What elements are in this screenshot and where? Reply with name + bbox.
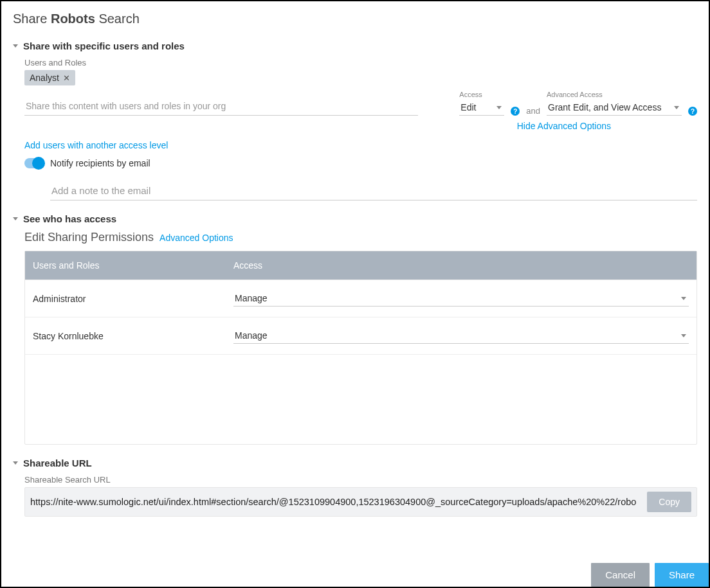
cancel-button[interactable]: Cancel: [591, 563, 650, 587]
section-url-body: Shareable Search URL https://nite-www.su…: [13, 475, 697, 517]
caret-down-icon: [13, 217, 18, 220]
chevron-down-icon: [674, 106, 679, 109]
access-label: Access: [459, 91, 504, 98]
title-name: Robots: [51, 12, 95, 26]
add-users-link[interactable]: Add users with another access level: [24, 140, 168, 150]
share-button[interactable]: Share: [655, 563, 709, 587]
section-share-header[interactable]: Share with specific users and roles: [13, 40, 697, 51]
url-label: Shareable Search URL: [24, 475, 697, 485]
dialog-footer: Cancel Share: [1, 563, 709, 587]
section-access-body: Edit Sharing Permissions Advanced Option…: [13, 231, 697, 445]
row-access-select[interactable]: Manage: [233, 328, 689, 344]
section-share-body: Users and Roles Analyst ✕ Access Edit: [13, 58, 697, 200]
access-controls: Access Edit ? and Advanced Access Grant …: [459, 91, 697, 116]
chip-remove-icon[interactable]: ✕: [63, 73, 70, 83]
share-input[interactable]: [24, 97, 418, 116]
title-suffix: Search: [95, 12, 140, 26]
chip-label: Analyst: [30, 73, 59, 83]
url-box: https://nite-www.sumologic.net/ui/index.…: [24, 487, 697, 517]
advanced-access-select[interactable]: Grant Edit, and View Access: [547, 100, 682, 116]
title-prefix: Share: [13, 12, 51, 26]
col-header-access: Access: [233, 260, 689, 271]
copy-button[interactable]: Copy: [647, 492, 691, 512]
chevron-down-icon: [681, 297, 686, 300]
and-text: and: [526, 106, 540, 116]
url-value[interactable]: https://nite-www.sumologic.net/ui/index.…: [30, 497, 641, 507]
section-share-heading: Share with specific users and roles: [23, 40, 185, 51]
row-access-select[interactable]: Manage: [233, 290, 689, 307]
table-row: Stacy Kornluebke Manage: [25, 317, 696, 354]
chevron-down-icon: [496, 106, 502, 109]
users-roles-label: Users and Roles: [24, 58, 697, 67]
table-empty-area: [25, 354, 696, 444]
section-access-heading: See who has access: [23, 213, 116, 224]
notify-row: Notify recipients by email: [24, 158, 697, 168]
section-share: Share with specific users and roles User…: [13, 40, 697, 200]
notify-label: Notify recipients by email: [50, 158, 150, 168]
caret-down-icon: [13, 44, 18, 48]
advanced-access-value: Grant Edit, and View Access: [548, 102, 661, 112]
row-access-value: Manage: [235, 293, 268, 303]
chip-analyst[interactable]: Analyst ✕: [24, 70, 75, 85]
chevron-down-icon: [681, 334, 686, 337]
edit-permissions-heading: Edit Sharing Permissions Advanced Option…: [24, 231, 697, 244]
table-row: Administrator Manage: [25, 280, 696, 317]
section-url-header[interactable]: Shareable URL: [13, 458, 697, 468]
chip-row: Analyst ✕: [24, 70, 697, 85]
advanced-options-link[interactable]: Advanced Options: [159, 233, 233, 243]
row-user: Stacy Kornluebke: [33, 331, 233, 341]
access-block: Access Edit: [459, 91, 504, 116]
section-url-heading: Shareable URL: [23, 458, 92, 468]
row-access-value: Manage: [235, 330, 268, 341]
hide-advanced-link[interactable]: Hide Advanced Options: [517, 121, 611, 131]
permissions-table: Users and Roles Access Administrator Man…: [24, 251, 697, 445]
advanced-access-label: Advanced Access: [547, 91, 682, 98]
help-icon[interactable]: ?: [688, 107, 697, 116]
permissions-table-header: Users and Roles Access: [25, 251, 696, 280]
caret-down-icon: [13, 461, 18, 465]
col-header-user: Users and Roles: [33, 260, 233, 271]
row-user: Administrator: [33, 294, 233, 304]
section-url: Shareable URL Shareable Search URL https…: [13, 458, 697, 517]
section-access: See who has access Edit Sharing Permissi…: [13, 213, 697, 445]
share-row: Access Edit ? and Advanced Access Grant …: [24, 91, 697, 116]
access-value: Edit: [460, 102, 476, 112]
note-input[interactable]: [50, 181, 697, 200]
access-select[interactable]: Edit: [459, 100, 504, 116]
notify-toggle[interactable]: [24, 158, 44, 168]
section-access-header[interactable]: See who has access: [13, 213, 697, 224]
dialog-title: Share Robots Search: [13, 12, 697, 26]
advanced-access-block: Advanced Access Grant Edit, and View Acc…: [547, 91, 682, 116]
share-dialog: Share Robots Search Share with specific …: [0, 0, 710, 588]
help-icon[interactable]: ?: [511, 107, 520, 116]
